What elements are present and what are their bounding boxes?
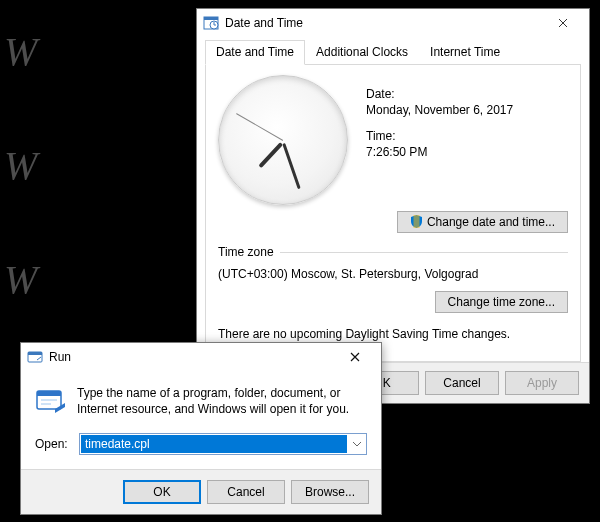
- open-label: Open:: [35, 437, 71, 451]
- run-dialog-icon: [35, 385, 67, 417]
- svg-rect-4: [28, 352, 42, 355]
- tab-bar: Date and Time Additional Clocks Internet…: [197, 39, 589, 64]
- svg-rect-1: [204, 17, 218, 20]
- run-description: Type the name of a program, folder, docu…: [77, 385, 367, 417]
- cancel-button[interactable]: Cancel: [425, 371, 499, 395]
- ok-button[interactable]: OK: [123, 480, 201, 504]
- analog-clock: [218, 75, 348, 205]
- window-title: Date and Time: [225, 16, 543, 30]
- time-label: Time:: [366, 129, 568, 143]
- tab-internet-time[interactable]: Internet Time: [419, 40, 511, 65]
- tab-additional-clocks[interactable]: Additional Clocks: [305, 40, 419, 65]
- change-date-time-button[interactable]: Change date and time...: [397, 211, 568, 233]
- date-value: Monday, November 6, 2017: [366, 103, 568, 117]
- open-combobox[interactable]: [79, 433, 367, 455]
- date-label: Date:: [366, 87, 568, 101]
- tab-content: Date: Monday, November 6, 2017 Time: 7:2…: [205, 64, 581, 362]
- apply-button[interactable]: Apply: [505, 371, 579, 395]
- open-input[interactable]: [81, 435, 347, 453]
- titlebar[interactable]: Run: [21, 343, 381, 371]
- tab-date-and-time[interactable]: Date and Time: [205, 40, 305, 65]
- svg-rect-8: [41, 403, 51, 405]
- dst-info-text: There are no upcoming Daylight Saving Ti…: [218, 327, 568, 341]
- run-window: Run Type the name of a program, folder, …: [20, 342, 382, 515]
- close-button[interactable]: [543, 11, 583, 35]
- timezone-value: (UTC+03:00) Moscow, St. Petersburg, Volg…: [218, 267, 568, 281]
- dialog-button-row: OK Cancel Browse...: [21, 469, 381, 514]
- run-icon: [27, 349, 43, 365]
- window-title: Run: [49, 350, 335, 364]
- svg-rect-7: [41, 399, 57, 401]
- change-timezone-button[interactable]: Change time zone...: [435, 291, 568, 313]
- chevron-down-icon[interactable]: [348, 442, 366, 447]
- cancel-button[interactable]: Cancel: [207, 480, 285, 504]
- date-time-icon: [203, 15, 219, 31]
- titlebar[interactable]: Date and Time: [197, 9, 589, 37]
- shield-icon: [410, 215, 423, 228]
- browse-button[interactable]: Browse...: [291, 480, 369, 504]
- time-value: 7:26:50 PM: [366, 145, 568, 159]
- close-button[interactable]: [335, 345, 375, 369]
- timezone-section-label: Time zone: [218, 245, 274, 259]
- svg-rect-6: [37, 391, 61, 396]
